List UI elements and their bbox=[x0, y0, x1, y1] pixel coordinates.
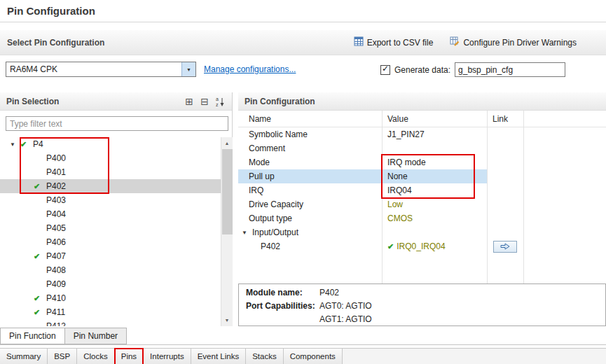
tree-rows: ▼ ✔ P4 P400 P401 ✔ P402 P bbox=[0, 137, 221, 326]
expand-all-icon[interactable]: ⊞ bbox=[183, 95, 195, 108]
tree-item-p406[interactable]: P406 bbox=[0, 235, 221, 249]
tree-item-label: P402 bbox=[46, 181, 66, 191]
chevron-down-icon[interactable]: ▼ bbox=[181, 62, 195, 76]
pin-selection-title: Pin Selection bbox=[0, 97, 59, 106]
tab-pin-function[interactable]: Pin Function bbox=[0, 328, 65, 344]
link-arrow-button[interactable] bbox=[493, 241, 517, 253]
collapse-all-icon[interactable]: ⊟ bbox=[198, 95, 211, 108]
tree-item-label: P403 bbox=[46, 195, 66, 205]
generate-data-checkbox[interactable]: ✓ bbox=[380, 65, 390, 75]
section-title: Select Pin Configuration bbox=[0, 38, 104, 48]
port-capabilities-line-2: AGT1: AGTIO bbox=[239, 311, 605, 324]
check-icon: ✔ bbox=[20, 140, 32, 149]
tree-item-p411[interactable]: ✔ P411 bbox=[0, 305, 221, 319]
check-icon: ✔ bbox=[387, 242, 394, 251]
tab-components[interactable]: Components bbox=[284, 349, 343, 364]
column-header-value[interactable]: Value bbox=[382, 114, 487, 124]
scrollbar-thumb[interactable] bbox=[222, 149, 233, 234]
editor-tab-bar: Summary BSP Clocks Pins Interrupts Event… bbox=[0, 348, 606, 364]
prop-value: None bbox=[387, 172, 408, 181]
table-row-mode[interactable]: Mode IRQ mode bbox=[238, 155, 606, 169]
table-row-p402[interactable]: P402 ✔ IRQ0_IRQ04 bbox=[238, 239, 606, 253]
tab-summary[interactable]: Summary bbox=[0, 349, 48, 364]
module-name-value: P402 bbox=[319, 288, 339, 298]
port-capability-value: AGT0: AGTIO bbox=[319, 301, 372, 311]
column-header-link[interactable]: Link bbox=[487, 114, 523, 124]
configuration-select[interactable]: RA6M4 CPK ▼ bbox=[6, 62, 196, 77]
tree-item-label: P405 bbox=[46, 223, 66, 233]
export-csv-button[interactable]: Export to CSV file bbox=[354, 36, 434, 48]
tree-item-p403[interactable]: P403 bbox=[0, 193, 221, 207]
svg-text:a: a bbox=[216, 97, 219, 102]
prop-name: IRQ bbox=[249, 186, 263, 195]
table-row-drive-capacity[interactable]: Drive Capacity Low bbox=[238, 197, 606, 211]
tree-item-p401[interactable]: P401 bbox=[0, 165, 221, 179]
tree-item-p408[interactable]: P408 bbox=[0, 263, 221, 277]
tab-label: Pins bbox=[121, 352, 137, 360]
tree-item-p400[interactable]: P400 bbox=[0, 151, 221, 165]
scroll-up-icon[interactable]: ▲ bbox=[221, 137, 233, 149]
tree-item-p410[interactable]: ✔ P410 bbox=[0, 291, 221, 305]
tab-bsp[interactable]: BSP bbox=[48, 349, 77, 364]
configure-pin-driver-warnings-button[interactable]: Configure Pin Driver Warnings bbox=[450, 36, 577, 48]
tab-label: Interrupts bbox=[150, 352, 184, 360]
table-row-irq[interactable]: IRQ IRQ04 bbox=[238, 183, 606, 197]
tree-scrollbar[interactable]: ▲ ▼ bbox=[221, 137, 233, 326]
sort-az-icon[interactable]: a z bbox=[214, 95, 226, 108]
tree-item-p407[interactable]: ✔ P407 bbox=[0, 249, 221, 263]
pin-configuration-title: Pin Configuration bbox=[238, 97, 315, 106]
tab-clocks[interactable]: Clocks bbox=[77, 349, 115, 364]
generate-data-group: ✓ Generate data: bbox=[380, 62, 565, 77]
table-row-symbolic-name[interactable]: Symbolic Name J1_PIN27 bbox=[238, 127, 606, 141]
generate-data-input[interactable] bbox=[455, 62, 565, 77]
check-icon: ✔ bbox=[34, 252, 46, 261]
column-header-name[interactable]: Name bbox=[238, 114, 382, 124]
tab-pin-number[interactable]: Pin Number bbox=[64, 328, 127, 344]
tab-pins[interactable]: Pins bbox=[115, 349, 144, 364]
export-csv-label: Export to CSV file bbox=[367, 38, 434, 48]
scroll-down-icon[interactable]: ▼ bbox=[221, 314, 233, 326]
tree-item-p405[interactable]: P405 bbox=[0, 221, 221, 235]
prop-name: Input/Output bbox=[252, 227, 298, 237]
table-row-comment[interactable]: Comment bbox=[238, 141, 606, 155]
prop-name: Output type bbox=[249, 214, 292, 223]
tab-event-links[interactable]: Event Links bbox=[191, 349, 246, 364]
filter-input[interactable] bbox=[6, 116, 228, 131]
tree-item-p4[interactable]: ▼ ✔ P4 bbox=[0, 137, 221, 151]
tree-item-p412[interactable]: P412 bbox=[0, 319, 221, 326]
prop-name: Comment bbox=[249, 144, 285, 153]
svg-text:z: z bbox=[216, 102, 219, 107]
table-header: Name Value Link bbox=[238, 111, 606, 127]
tree-item-label: P411 bbox=[46, 307, 65, 317]
port-capability-value: AGT1: AGTIO bbox=[319, 314, 372, 324]
table-row-output-type[interactable]: Output type CMOS bbox=[238, 211, 606, 225]
tree-item-p404[interactable]: P404 bbox=[0, 207, 221, 221]
tree-item-label: P4 bbox=[32, 139, 43, 149]
configuration-select-value: RA6M4 CPK bbox=[6, 64, 181, 74]
table-row-pull-up[interactable]: Pull up None bbox=[238, 169, 606, 183]
pin-configuration-page: Pin Configuration Select Pin Configurati… bbox=[0, 0, 606, 364]
chevron-down-icon[interactable]: ▼ bbox=[242, 230, 250, 236]
tab-stacks[interactable]: Stacks bbox=[246, 349, 284, 364]
prop-name: Pull up bbox=[249, 172, 275, 181]
prop-name: Mode bbox=[249, 158, 270, 167]
port-capabilities-label: Port Capabilities: bbox=[246, 301, 319, 311]
table-row-input-output[interactable]: ▼ Input/Output bbox=[238, 225, 606, 239]
tree-item-p409[interactable]: P409 bbox=[0, 277, 221, 291]
generate-data-label: Generate data: bbox=[394, 65, 450, 75]
tab-label: Event Links bbox=[198, 352, 239, 360]
tree-item-label: P409 bbox=[46, 279, 66, 289]
tab-interrupts[interactable]: Interrupts bbox=[144, 349, 191, 364]
chevron-down-icon[interactable]: ▼ bbox=[10, 141, 20, 148]
grid-pencil-icon bbox=[450, 36, 460, 48]
prop-name: Symbolic Name bbox=[249, 130, 308, 139]
prop-name: Drive Capacity bbox=[249, 200, 303, 209]
pin-configuration-header: Pin Configuration bbox=[238, 92, 606, 111]
tree-item-p402[interactable]: ✔ P402 bbox=[0, 179, 221, 193]
manage-configurations-link[interactable]: Manage configurations... bbox=[204, 64, 296, 74]
check-icon: ✔ bbox=[34, 182, 46, 191]
module-name-line: Module name: P402 bbox=[239, 284, 605, 298]
check-icon: ✔ bbox=[34, 294, 46, 303]
checkmark-icon: ✓ bbox=[382, 64, 389, 74]
module-name-label: Module name: bbox=[246, 288, 319, 298]
